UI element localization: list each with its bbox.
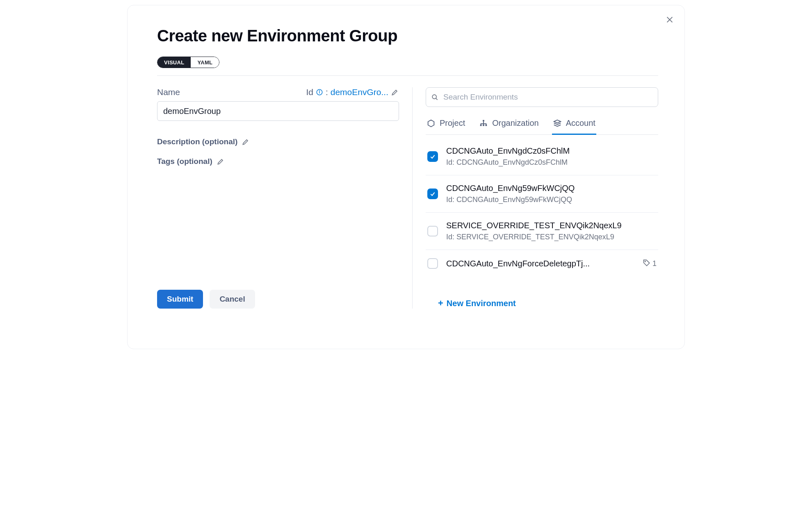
description-row[interactable]: Description (optional) bbox=[157, 137, 399, 146]
tag-count-value: 1 bbox=[652, 259, 657, 268]
submit-button[interactable]: Submit bbox=[157, 290, 203, 309]
close-button[interactable] bbox=[664, 14, 675, 26]
env-texts: CDCNGAuto_EnvNgForceDeletegpTj... bbox=[446, 259, 634, 268]
form-footer: Submit Cancel bbox=[157, 290, 255, 309]
cube-icon bbox=[427, 119, 436, 128]
env-id: Id: CDCNGAuto_EnvNg59wFkWCjQQ bbox=[446, 195, 657, 204]
env-id: Id: CDCNGAuto_EnvNgdCz0sFChlM bbox=[446, 158, 657, 167]
checkbox[interactable] bbox=[427, 151, 438, 162]
svg-rect-10 bbox=[486, 124, 487, 126]
search-input[interactable] bbox=[426, 87, 658, 107]
search-wrap bbox=[426, 87, 658, 107]
scope-tab-account-label: Account bbox=[566, 118, 595, 128]
list-item[interactable]: CDCNGAuto_EnvNgForceDeletegpTj... 1 bbox=[426, 250, 658, 277]
env-name: CDCNGAuto_EnvNgForceDeletegpTj... bbox=[446, 259, 634, 268]
cancel-button[interactable]: Cancel bbox=[210, 290, 255, 309]
create-env-group-dialog: Create new Environment Group VISUAL YAML… bbox=[127, 5, 685, 349]
edit-description-icon[interactable] bbox=[242, 138, 250, 146]
env-id: Id: SERVICE_OVERRIDE_TEST_ENVQik2NqexL9 bbox=[446, 233, 657, 241]
new-environment-button[interactable]: + New Environment bbox=[426, 298, 658, 309]
view-toggle: VISUAL YAML bbox=[157, 57, 219, 68]
vertical-divider bbox=[412, 87, 413, 309]
edit-id-icon[interactable] bbox=[391, 88, 399, 96]
layers-icon bbox=[553, 119, 562, 128]
scope-tab-project-label: Project bbox=[440, 118, 465, 128]
env-name: CDCNGAuto_EnvNg59wFkWCjQQ bbox=[446, 184, 657, 193]
scope-tab-organization[interactable]: Organization bbox=[478, 114, 539, 135]
svg-point-5 bbox=[432, 95, 436, 99]
svg-line-6 bbox=[436, 98, 438, 100]
list-item[interactable]: CDCNGAuto_EnvNg59wFkWCjQQ Id: CDCNGAuto_… bbox=[426, 175, 658, 213]
svg-point-4 bbox=[319, 91, 319, 91]
page-title: Create new Environment Group bbox=[157, 27, 673, 45]
new-environment-label: New Environment bbox=[447, 299, 516, 308]
close-icon bbox=[665, 15, 674, 25]
svg-rect-9 bbox=[483, 124, 484, 126]
tag-count: 1 bbox=[643, 259, 657, 269]
id-colon: : bbox=[326, 87, 328, 97]
checkbox[interactable] bbox=[427, 226, 438, 236]
name-input[interactable] bbox=[157, 101, 399, 121]
name-label: Name bbox=[157, 87, 180, 97]
form-pane: Name Id : demoEnvGro... Description (opt… bbox=[157, 87, 399, 309]
environment-list: CDCNGAuto_EnvNgdCz0sFChlM Id: CDCNGAuto_… bbox=[426, 138, 658, 291]
scope-tab-organization-label: Organization bbox=[492, 118, 538, 128]
list-item[interactable]: SERVICE_OVERRIDE_TEST_ENVQik2NqexL9 Id: … bbox=[426, 213, 658, 250]
content: Name Id : demoEnvGro... Description (opt… bbox=[157, 87, 658, 309]
scope-tab-account[interactable]: Account bbox=[552, 114, 596, 135]
env-texts: CDCNGAuto_EnvNg59wFkWCjQQ Id: CDCNGAuto_… bbox=[446, 184, 657, 204]
env-name: SERVICE_OVERRIDE_TEST_ENVQik2NqexL9 bbox=[446, 221, 657, 230]
svg-rect-7 bbox=[483, 120, 484, 121]
checkbox[interactable] bbox=[427, 189, 438, 199]
divider bbox=[157, 75, 658, 76]
tab-yaml[interactable]: YAML bbox=[191, 57, 219, 68]
tag-icon bbox=[643, 259, 651, 269]
list-item[interactable]: CDCNGAuto_EnvNgdCz0sFChlM Id: CDCNGAuto_… bbox=[426, 138, 658, 175]
tab-visual[interactable]: VISUAL bbox=[157, 57, 191, 68]
search-icon bbox=[431, 93, 439, 101]
env-texts: SERVICE_OVERRIDE_TEST_ENVQik2NqexL9 Id: … bbox=[446, 221, 657, 241]
edit-tags-icon[interactable] bbox=[217, 157, 225, 166]
tags-row[interactable]: Tags (optional) bbox=[157, 157, 399, 166]
plus-icon: + bbox=[438, 298, 443, 309]
scope-tabs: Project Organization Account bbox=[426, 114, 658, 135]
checkbox[interactable] bbox=[427, 258, 438, 269]
tags-label: Tags (optional) bbox=[157, 157, 212, 166]
info-icon[interactable] bbox=[316, 89, 323, 96]
name-header: Name Id : demoEnvGro... bbox=[157, 87, 399, 97]
description-label: Description (optional) bbox=[157, 137, 237, 146]
scope-tab-project[interactable]: Project bbox=[426, 114, 466, 135]
org-icon bbox=[479, 119, 488, 128]
id-value[interactable]: demoEnvGro... bbox=[331, 87, 388, 97]
svg-rect-8 bbox=[480, 124, 482, 126]
id-group: Id : demoEnvGro... bbox=[306, 87, 399, 97]
environments-pane: Project Organization Account bbox=[426, 87, 658, 309]
svg-point-11 bbox=[645, 261, 645, 262]
env-texts: CDCNGAuto_EnvNgdCz0sFChlM Id: CDCNGAuto_… bbox=[446, 146, 657, 167]
id-label: Id bbox=[306, 87, 313, 97]
env-name: CDCNGAuto_EnvNgdCz0sFChlM bbox=[446, 146, 657, 156]
